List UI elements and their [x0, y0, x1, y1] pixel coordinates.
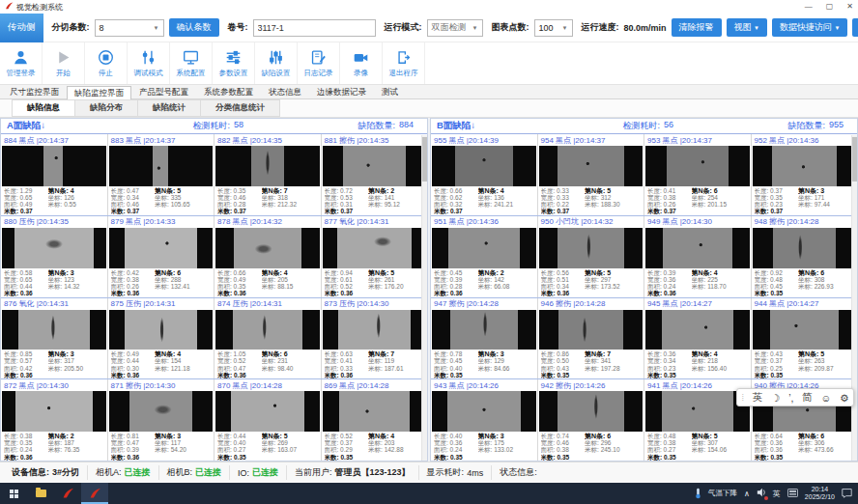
ime-face-icon[interactable]: ☺	[821, 392, 832, 404]
defect-meter-mark: 米标: 0.55	[48, 201, 104, 208]
defect-cell[interactable]: 878 黑点 |20:14:32长度: 0.66宽度: 0.49面积: 0.35…	[214, 216, 321, 297]
tab-4[interactable]: 系统参数配置	[196, 85, 261, 98]
defect-area: 面积: 0.33	[325, 365, 369, 372]
subtab-1[interactable]: 缺陷信息	[12, 99, 75, 117]
defect-cell[interactable]: 881 擦伤 |20:14:35长度: 0.72宽度: 0.53面积: 0.31…	[321, 134, 428, 215]
defect-cell[interactable]: 955 黑点 |20:14:39长度: 0.66宽度: 0.62面积: 0.32…	[431, 134, 537, 215]
defect-cell[interactable]: 953 黑点 |20:14:37长度: 0.41宽度: 0.38面积: 0.26…	[644, 134, 751, 215]
drive-side-button[interactable]: 传动侧	[0, 14, 43, 42]
scrollbar-thumb[interactable]	[852, 137, 857, 182]
start-button[interactable]	[0, 483, 27, 504]
ime-lang-indicator[interactable]: 英	[773, 489, 781, 499]
defect-cell[interactable]: 882 黑点 |20:14:35长度: 0.35宽度: 0.46面积: 0.28…	[214, 134, 321, 215]
defect-width: 宽度: 0.48	[755, 276, 799, 283]
defect-cell[interactable]: 942 擦伤 |20:14:26长度: 0.74宽度: 0.46面积: 0.38…	[537, 379, 644, 461]
defect-cell[interactable]: 869 黑点 |20:14:28长度: 0.52宽度: 0.37面积: 0.29…	[321, 379, 428, 461]
file-explorer-button[interactable]	[27, 483, 54, 504]
defect-length: 长度: 0.81	[111, 433, 156, 439]
defect-cell[interactable]: 877 氧化 |20:14:31长度: 0.94宽度: 0.61面积: 0.52…	[321, 216, 428, 297]
subtab-4[interactable]: 分类信息统计	[201, 99, 280, 117]
scrollbar-thumb[interactable]	[422, 137, 427, 182]
defect-cell[interactable]: 951 黑点 |20:14:36长度: 0.45宽度: 0.39面积: 0.28…	[431, 216, 537, 297]
defect-cell[interactable]: 944 黑点 |20:14:27长度: 0.43宽度: 0.37面积: 0.25…	[751, 298, 858, 379]
record-button[interactable]: 录像	[340, 42, 383, 84]
clear-alarm-button[interactable]: 清除报警	[672, 18, 722, 37]
chart-points-select[interactable]: 100 ▼	[534, 19, 573, 37]
defect-cell[interactable]: 872 黑点 |20:14:30长度: 0.38宽度: 0.35面积: 0.24…	[1, 379, 107, 461]
defect-cell[interactable]: 880 压伤 |20:14:35长度: 0.58宽度: 0.65面积: 0.44…	[1, 216, 107, 297]
admin-login-button[interactable]: 管理登录	[0, 42, 43, 84]
subtab-3[interactable]: 缺陷统计	[138, 99, 201, 117]
defect-cell[interactable]: 879 黑点 |20:14:33长度: 0.42宽度: 0.38面积: 0.26…	[107, 216, 214, 297]
defect-cell[interactable]: 871 擦伤 |20:14:30长度: 0.81宽度: 0.47面积: 0.39…	[107, 379, 214, 461]
defect-cell[interactable]: 946 擦伤 |20:14:28长度: 0.86宽度: 0.50面积: 0.43…	[537, 298, 644, 379]
defect-cell[interactable]: 941 黑点 |20:14:26长度: 0.48宽度: 0.38面积: 0.27…	[644, 379, 751, 461]
defect-cell[interactable]: 884 黑点 |20:14:37长度: 1.29宽度: 0.65面积: 0.49…	[1, 134, 107, 215]
debug-mode-button[interactable]: 调试模式	[128, 42, 170, 84]
close-icon[interactable]: ✕	[846, 3, 853, 11]
defect-meter-mark: 米标: 201.15	[692, 201, 748, 208]
ime-moon-icon[interactable]: ☽	[771, 392, 780, 404]
ime-punct[interactable]: ’,	[788, 392, 793, 404]
run-mode-select[interactable]: 双面检测 ▼	[427, 19, 483, 37]
defect-cell[interactable]: 875 压伤 |20:14:31长度: 0.49宽度: 0.44面积: 0.30…	[107, 298, 214, 379]
ime-settings-icon[interactable]: ⚙	[840, 392, 848, 404]
ime-lang-en[interactable]: 英	[753, 391, 763, 405]
param-settings-button[interactable]: 参数设置	[213, 42, 255, 84]
app-taskbar-button[interactable]	[54, 483, 81, 504]
panel-scrollbar[interactable]	[421, 135, 427, 461]
roll-number-input[interactable]	[253, 19, 376, 37]
tab-5[interactable]: 状态信息	[261, 85, 309, 98]
stop-button[interactable]: 停止	[85, 42, 128, 84]
defect-cell-header: 941 黑点 |20:14:26	[644, 379, 751, 391]
defect-cell[interactable]: 943 黑点 |20:14:26长度: 0.40宽度: 0.36面积: 0.24…	[431, 379, 537, 461]
defect-cell[interactable]: 870 黑点 |20:14:28长度: 0.44宽度: 0.40面积: 0.27…	[214, 379, 321, 461]
tab-3[interactable]: 产品型号配置	[131, 85, 196, 98]
defect-cell-header: 943 黑点 |20:14:26	[431, 379, 537, 391]
defect-area: 面积: 0.26	[111, 283, 156, 290]
view-menu-button[interactable]: 视图 ▼	[727, 18, 767, 37]
defect-cell[interactable]: 873 压伤 |20:14:30长度: 0.63宽度: 0.41面积: 0.33…	[321, 298, 428, 379]
defect-cell[interactable]: 874 压伤 |20:14:31长度: 1.05宽度: 0.52面积: 0.47…	[214, 298, 321, 379]
data-access-menu-button[interactable]: 数据快捷访问 ▼	[772, 18, 847, 37]
volume-icon[interactable]	[757, 488, 766, 499]
exit-button[interactable]: 退出程序	[383, 42, 425, 84]
defect-cell[interactable]: 948 擦伤 |20:14:28长度: 0.92宽度: 0.48面积: 0.45…	[751, 216, 858, 297]
defect-cell[interactable]: 876 氧化 |20:14:31长度: 0.85宽度: 0.57面积: 0.42…	[1, 298, 107, 379]
subtab-2[interactable]: 缺陷分布	[75, 99, 138, 117]
defect-meter-mark: 米标: 163.07	[262, 446, 318, 453]
weather-text[interactable]: 气温下降	[708, 489, 737, 498]
defect-cell[interactable]: 952 黑点 |20:14:36长度: 0.37宽度: 0.35面积: 0.23…	[751, 134, 858, 215]
defect-cell[interactable]: 954 黑点 |20:14:37长度: 0.33宽度: 0.33面积: 0.22…	[537, 134, 644, 215]
tray-expand-icon[interactable]: ∧	[744, 490, 750, 498]
app-title: 视觉检测系统	[16, 2, 63, 13]
defect-cell[interactable]: 947 擦伤 |20:14:28长度: 0.78宽度: 0.45面积: 0.40…	[431, 298, 537, 379]
defect-cell[interactable]: 949 黑点 |20:14:30长度: 0.39宽度: 0.36面积: 0.24…	[644, 216, 751, 297]
defect-cell-header: 950 小凹坑 |20:14:32	[538, 216, 644, 228]
defect-position: 第N条: 6坐标: 254米标: 201.15	[692, 187, 748, 214]
tab-2[interactable]: 缺陷监控界面	[67, 86, 131, 99]
keyboard-icon[interactable]	[787, 489, 798, 499]
maximize-icon[interactable]: ▢	[826, 3, 834, 11]
defect-cell[interactable]: 883 黑点 |20:14:37长度: 0.47宽度: 0.34面积: 0.46…	[107, 134, 214, 215]
ime-simplified[interactable]: 简	[802, 391, 813, 405]
app-taskbar-button-active[interactable]	[81, 483, 108, 504]
system-config-button[interactable]: 系统配置	[170, 42, 213, 84]
tray-clock[interactable]: 20:14 2025/2/10	[805, 486, 835, 501]
tab-6[interactable]: 边缘数据记录	[309, 85, 374, 98]
panel-scrollbar[interactable]	[851, 135, 857, 461]
defect-metrics: 长度: 0.78宽度: 0.45面积: 0.40米数: 0.35	[434, 350, 478, 378]
help-menu-button[interactable]: 帮助 ▼	[852, 18, 858, 37]
log-button[interactable]: 日志记录	[298, 42, 340, 84]
drag-handle-icon[interactable]: ⁞	[741, 393, 744, 403]
tab-1[interactable]: 尺寸监控界面	[2, 85, 67, 98]
defect-cell[interactable]: 945 黑点 |20:14:27长度: 0.36宽度: 0.34面积: 0.23…	[644, 298, 751, 379]
tab-7[interactable]: 测试	[374, 85, 406, 98]
minimize-icon[interactable]: —	[805, 3, 813, 11]
notification-center-icon[interactable]	[842, 488, 852, 500]
slit-count-select[interactable]: 8 ▼	[95, 19, 164, 37]
start-button[interactable]: 开始	[43, 42, 85, 84]
defect-settings-button[interactable]: 缺陷设置	[255, 42, 298, 84]
defect-cell[interactable]: 950 小凹坑 |20:14:32长度: 0.56宽度: 0.51面积: 0.3…	[537, 216, 644, 297]
confirm-count-button[interactable]: 确认条数	[169, 18, 219, 37]
